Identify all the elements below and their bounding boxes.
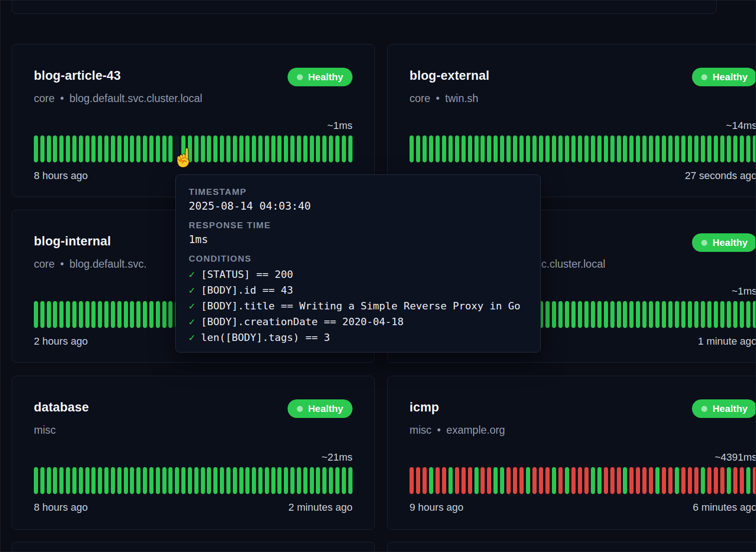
- health-bar[interactable]: [175, 467, 179, 494]
- health-bar[interactable]: [162, 467, 167, 494]
- health-bar[interactable]: [655, 135, 660, 162]
- health-bar[interactable]: [130, 467, 134, 494]
- health-bar[interactable]: [733, 135, 737, 162]
- health-bar[interactable]: [461, 135, 466, 162]
- health-bar[interactable]: [461, 467, 466, 494]
- health-bar[interactable]: [558, 467, 563, 494]
- health-bar[interactable]: [584, 135, 589, 162]
- health-bar[interactable]: [629, 467, 634, 494]
- health-bar[interactable]: [604, 301, 608, 328]
- health-bar[interactable]: [329, 467, 333, 494]
- health-bar[interactable]: [727, 467, 731, 494]
- health-bar[interactable]: [47, 301, 51, 328]
- health-bar[interactable]: [474, 135, 479, 162]
- health-bar[interactable]: [513, 467, 517, 494]
- health-bar[interactable]: [149, 301, 154, 328]
- health-bar[interactable]: [194, 135, 199, 162]
- health-bar[interactable]: [714, 135, 718, 162]
- health-bar[interactable]: [578, 135, 582, 162]
- health-bar[interactable]: [629, 135, 634, 162]
- health-bar[interactable]: [720, 301, 724, 328]
- health-bar[interactable]: [91, 135, 96, 162]
- health-bar[interactable]: [194, 467, 199, 494]
- health-bar[interactable]: [688, 467, 692, 494]
- health-bar[interactable]: [506, 467, 511, 494]
- health-bar[interactable]: [416, 467, 420, 494]
- health-bar[interactable]: [136, 467, 141, 494]
- health-bar[interactable]: [584, 467, 589, 494]
- health-bar[interactable]: [617, 301, 621, 328]
- health-bar[interactable]: [662, 301, 666, 328]
- health-bar[interactable]: [714, 301, 718, 328]
- health-bar[interactable]: [79, 135, 83, 162]
- health-bar[interactable]: [271, 135, 275, 162]
- health-bar[interactable]: [617, 135, 621, 162]
- health-bar[interactable]: [98, 467, 102, 494]
- health-bar[interactable]: [740, 467, 744, 494]
- health-bar[interactable]: [493, 467, 498, 494]
- health-bar[interactable]: [753, 467, 756, 494]
- health-bar[interactable]: [245, 467, 250, 494]
- health-bar[interactable]: [707, 135, 711, 162]
- health-bar[interactable]: [201, 467, 205, 494]
- health-bar[interactable]: [429, 467, 433, 494]
- health-bar[interactable]: [220, 135, 224, 162]
- health-bar[interactable]: [655, 467, 660, 494]
- health-bar[interactable]: [500, 135, 504, 162]
- health-bar[interactable]: [636, 467, 640, 494]
- health-bar[interactable]: [98, 135, 102, 162]
- health-bar[interactable]: [310, 467, 314, 494]
- health-bar[interactable]: [701, 467, 705, 494]
- health-bar[interactable]: [642, 135, 647, 162]
- health-bar[interactable]: [604, 467, 608, 494]
- health-bar[interactable]: [149, 467, 154, 494]
- health-bar[interactable]: [532, 135, 537, 162]
- health-bar[interactable]: [79, 467, 83, 494]
- health-bar[interactable]: [558, 135, 563, 162]
- health-bar[interactable]: [59, 301, 64, 328]
- health-bar[interactable]: [226, 135, 231, 162]
- health-bar[interactable]: [565, 301, 569, 328]
- health-bar[interactable]: [642, 467, 647, 494]
- health-bar[interactable]: [98, 301, 102, 328]
- health-bar[interactable]: [681, 467, 686, 494]
- health-bar[interactable]: [513, 135, 517, 162]
- health-bar[interactable]: [727, 135, 731, 162]
- health-bar[interactable]: [233, 135, 237, 162]
- health-bar[interactable]: [746, 301, 750, 328]
- health-bar[interactable]: [532, 467, 537, 494]
- health-bar[interactable]: [519, 135, 524, 162]
- health-bar[interactable]: [104, 135, 109, 162]
- endpoint-card-icmp[interactable]: icmp Healthy misc • example.org ~4391ms …: [387, 376, 756, 530]
- health-bar[interactable]: [552, 467, 556, 494]
- health-bar[interactable]: [584, 301, 589, 328]
- health-bar[interactable]: [506, 135, 511, 162]
- health-bar[interactable]: [720, 467, 724, 494]
- health-bar[interactable]: [436, 135, 440, 162]
- health-bar[interactable]: [207, 135, 211, 162]
- health-bar[interactable]: [213, 467, 218, 494]
- health-bar[interactable]: [335, 467, 340, 494]
- health-bar[interactable]: [668, 135, 673, 162]
- health-bar[interactable]: [526, 467, 530, 494]
- health-bar[interactable]: [117, 135, 122, 162]
- health-bar[interactable]: [342, 467, 346, 494]
- health-bar[interactable]: [239, 135, 243, 162]
- health-bar[interactable]: [714, 467, 718, 494]
- health-bar[interactable]: [213, 135, 218, 162]
- health-bar[interactable]: [597, 301, 602, 328]
- health-bar[interactable]: [487, 467, 491, 494]
- health-bar[interactable]: [610, 135, 615, 162]
- health-bar[interactable]: [416, 135, 420, 162]
- health-bar[interactable]: [91, 467, 96, 494]
- health-bar[interactable]: [322, 135, 327, 162]
- health-bar[interactable]: [124, 467, 128, 494]
- health-bar[interactable]: [746, 467, 750, 494]
- health-bar[interactable]: [59, 135, 64, 162]
- health-bar[interactable]: [143, 135, 147, 162]
- health-bar[interactable]: [442, 135, 446, 162]
- health-bar[interactable]: [539, 135, 543, 162]
- health-bar[interactable]: [66, 301, 70, 328]
- health-bar[interactable]: [649, 301, 653, 328]
- health-bar[interactable]: [578, 301, 582, 328]
